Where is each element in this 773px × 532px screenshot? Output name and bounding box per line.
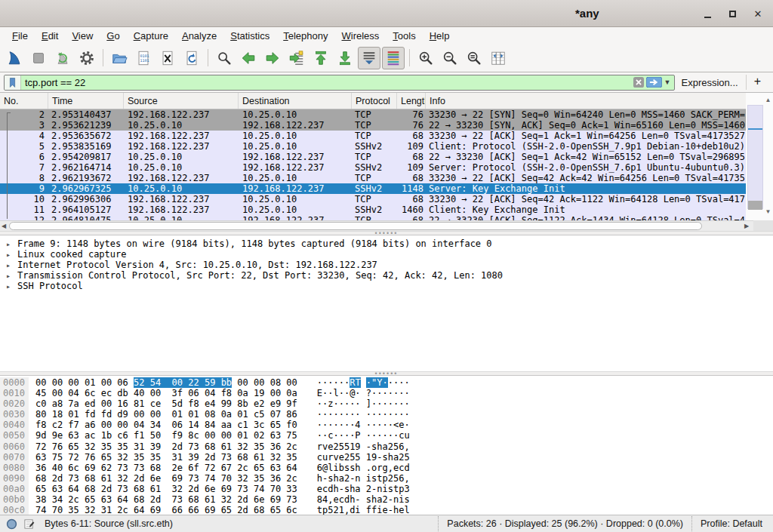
maximize-button[interactable]: [725, 7, 739, 20]
packet-row[interactable]: 102.962996306192.168.122.23710.25.0.10TC…: [0, 194, 747, 204]
capture-options-button[interactable]: [75, 47, 98, 69]
expand-arrow-icon[interactable]: ▸: [6, 250, 17, 260]
close-file-button[interactable]: [156, 47, 179, 69]
menu-tools[interactable]: Tools: [386, 29, 422, 43]
detail-tree-item[interactable]: ▸Internet Protocol Version 4, Src: 10.25…: [0, 260, 773, 270]
menu-analyze[interactable]: Analyze: [175, 29, 223, 43]
add-filter-button[interactable]: +: [746, 75, 769, 90]
menu-edit[interactable]: Edit: [35, 29, 65, 43]
hex-ascii[interactable]: ········ ········: [317, 409, 410, 420]
menu-file[interactable]: File: [5, 29, 35, 43]
hex-ascii[interactable]: ·······4 ·····<e·: [317, 420, 410, 430]
hex-ascii[interactable]: rve25519 -sha256,: [317, 441, 410, 452]
restart-capture-button[interactable]: [51, 47, 74, 69]
menu-telephony[interactable]: Telephony: [276, 29, 334, 43]
colorize-button[interactable]: [382, 47, 405, 69]
expand-arrow-icon[interactable]: ▸: [6, 239, 17, 250]
hex-bytes[interactable]: c0 a8 7a ed 00 16 81 ce 5d f8 e4 99 8b e…: [35, 398, 297, 409]
expand-arrow-icon[interactable]: ▸: [6, 271, 17, 281]
detail-tree-item[interactable]: ▸SSH Protocol: [0, 281, 773, 291]
hex-bytes[interactable]: 80 18 01 fd fd d9 00 00 01 01 08 0a 01 c…: [35, 409, 297, 420]
expression-button[interactable]: Expression...: [675, 77, 746, 88]
hex-row[interactable]: 000000 00 00 01 00 06 52 54 00 22 59 bb …: [0, 377, 773, 388]
find-packet-button[interactable]: [213, 47, 236, 69]
zoom-out-button[interactable]: [439, 47, 461, 69]
hex-bytes[interactable]: 65 63 64 68 2d 73 68 61 32 2d 6e 69 73 7…: [35, 484, 297, 494]
hex-row[interactable]: 00509d 9e 63 ac 1b c6 f1 50 f9 8c 00 00 …: [0, 430, 773, 441]
zoom-in-button[interactable]: [414, 47, 437, 69]
hex-row[interactable]: 003080 18 01 fd fd d9 00 00 01 01 08 0a …: [0, 409, 773, 420]
hex-bytes[interactable]: 74 70 35 32 31 2c 64 69 66 66 69 65 2d 6…: [35, 505, 297, 515]
packet-row[interactable]: 42.953635672192.168.122.23710.25.0.10TCP…: [0, 131, 747, 141]
hex-ascii[interactable]: ··c····P ······cu: [317, 430, 410, 441]
start-capture-button[interactable]: [3, 47, 26, 69]
filter-apply-button[interactable]: [646, 77, 662, 88]
hex-row[interactable]: 0020c0 a8 7a ed 00 16 81 ce 5d f8 e4 99 …: [0, 398, 773, 409]
hex-row[interactable]: 008036 40 6c 69 62 73 73 68 2e 6f 72 67 …: [0, 463, 773, 473]
expert-info-button[interactable]: [6, 518, 17, 530]
hex-bytes[interactable]: 68 2d 73 68 61 32 2d 6e 69 73 74 70 32 3…: [35, 473, 297, 484]
hex-row[interactable]: 00a065 63 64 68 2d 73 68 61 32 2d 6e 69 …: [0, 484, 773, 494]
hex-ascii[interactable]: h-sha2-n istp256,: [317, 473, 410, 484]
hex-row[interactable]: 00c074 70 35 32 31 2c 64 69 66 66 69 65 …: [0, 505, 773, 515]
hscroll-thumb[interactable]: [9, 222, 702, 230]
display-filter-input[interactable]: tcp.port == 22 ▼: [4, 75, 675, 91]
highlighted-bytes[interactable]: ·"Y·: [366, 377, 388, 388]
hex-row[interactable]: 001045 00 04 6c ec db 40 00 3f 06 04 f8 …: [0, 388, 773, 398]
filter-bookmark-button[interactable]: [5, 75, 21, 90]
hex-ascii[interactable]: ······RT ·"Y·····: [317, 377, 410, 388]
menu-statistics[interactable]: Statistics: [223, 29, 276, 43]
open-file-button[interactable]: [108, 47, 131, 69]
auto-scroll-button[interactable]: [358, 47, 380, 69]
reload-file-button[interactable]: [180, 47, 203, 69]
packet-row[interactable]: 72.96216471410.25.0.10192.168.122.237SSH…: [0, 162, 747, 173]
hex-ascii[interactable]: 6@libssh .org,ecd: [317, 463, 410, 473]
hex-ascii[interactable]: E··l··@· ?·······: [317, 388, 410, 398]
stop-capture-button[interactable]: [27, 47, 50, 69]
go-to-packet-button[interactable]: [285, 47, 308, 69]
hex-row[interactable]: 00b038 34 2c 65 63 64 68 2d 73 68 61 32 …: [0, 494, 773, 505]
hex-ascii[interactable]: ecdh-sha 2-nistp3: [317, 484, 410, 494]
hex-bytes[interactable]: 9d 9e 63 ac 1b c6 f1 50 f9 8c 00 00 01 0…: [35, 430, 297, 441]
detail-tree-item[interactable]: ▸Transmission Control Protocol, Src Port…: [0, 270, 773, 281]
column-header-destination[interactable]: Destination: [239, 93, 352, 109]
column-header-time[interactable]: Time: [48, 93, 124, 109]
go-to-top-button[interactable]: [310, 47, 332, 69]
packet-row[interactable]: 82.962193672192.168.122.23710.25.0.10TCP…: [0, 173, 747, 183]
column-header-length[interactable]: Length: [397, 93, 426, 109]
column-header-protocol[interactable]: Protocol: [352, 93, 397, 109]
menu-capture[interactable]: Capture: [127, 29, 175, 43]
filter-clear-button[interactable]: [633, 77, 644, 88]
close-button[interactable]: ✕: [751, 7, 765, 20]
go-back-button[interactable]: [237, 47, 260, 69]
filter-text[interactable]: tcp.port == 22: [21, 77, 633, 88]
hex-ascii[interactable]: ··z····· ]·······: [317, 398, 410, 409]
expand-arrow-icon[interactable]: ▸: [6, 281, 17, 292]
highlighted-bytes[interactable]: RT: [350, 377, 360, 388]
capture-comment-button[interactable]: [23, 518, 35, 530]
detail-tree-item[interactable]: ▸Linux cooked capture: [0, 249, 773, 260]
hex-bytes[interactable]: 00 00 00 01 00 06 52 54 00 22 59 bb 00 0…: [35, 377, 297, 388]
packet-list-vscrollbar[interactable]: ▲ ▼: [746, 93, 773, 220]
status-profile[interactable]: Profile: Default: [691, 516, 773, 531]
hex-ascii[interactable]: 84,ecdh- sha2-nis: [317, 494, 410, 505]
hex-bytes[interactable]: 36 40 6c 69 62 73 73 68 2e 6f 72 67 2c 6…: [35, 463, 297, 473]
intelligent-scrollbar-track[interactable]: [747, 105, 763, 209]
column-header-no[interactable]: No.: [0, 93, 48, 109]
menu-view[interactable]: View: [65, 29, 100, 43]
scroll-down-icon[interactable]: ▼: [764, 208, 772, 215]
detail-tree-item[interactable]: ▸Frame 9: 1148 bytes on wire (9184 bits)…: [0, 238, 773, 249]
packet-row[interactable]: 52.953835169192.168.122.23710.25.0.10SSH…: [0, 141, 747, 152]
packet-row[interactable]: 22.953140437192.168.122.23710.25.0.10TCP…: [0, 109, 747, 120]
packet-row[interactable]: 92.96296732510.25.0.10192.168.122.237SSH…: [0, 183, 747, 194]
packet-row[interactable]: 112.964105127192.168.122.23710.25.0.10SS…: [0, 204, 747, 215]
vscroll-thumb[interactable]: [748, 201, 762, 210]
hex-bytes[interactable]: 63 75 72 76 65 32 35 35 31 39 2d 73 68 6…: [35, 452, 297, 463]
filter-history-dropdown[interactable]: ▼: [664, 78, 671, 86]
hex-row[interactable]: 007063 75 72 76 65 32 35 35 31 39 2d 73 …: [0, 452, 773, 463]
go-forward-button[interactable]: [261, 47, 284, 69]
column-header-source[interactable]: Source: [124, 93, 239, 109]
go-to-bottom-button[interactable]: [334, 47, 356, 69]
minimize-button[interactable]: [701, 7, 714, 20]
menu-help[interactable]: Help: [423, 29, 457, 43]
